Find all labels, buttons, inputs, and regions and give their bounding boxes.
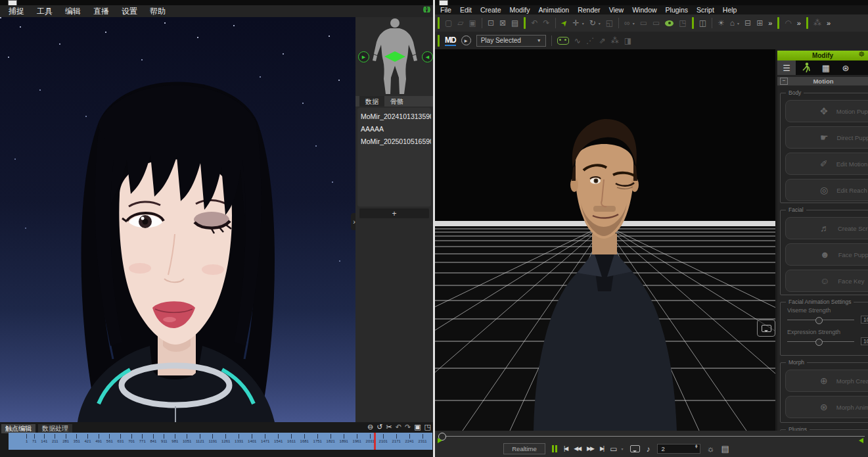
home-dropdown-arrow[interactable]: ▾ xyxy=(737,21,739,26)
right-menu-item[interactable]: View xyxy=(609,6,624,14)
edit-reach-target-button[interactable]: ◎ Edit Reach Target xyxy=(785,179,868,201)
collapse-icon[interactable]: − xyxy=(780,78,788,85)
home-view-icon[interactable]: ⌂ xyxy=(730,19,735,27)
left-menu-item[interactable]: 编辑 xyxy=(65,6,81,17)
left-menu-item[interactable]: 设置 xyxy=(122,6,137,17)
viewport-comment-button[interactable] xyxy=(757,320,775,337)
motion-director-logo[interactable]: MD xyxy=(445,36,456,46)
sidebar-expand-handle[interactable]: › xyxy=(351,213,355,230)
new-file-icon[interactable]: ▢ xyxy=(445,19,452,27)
loop-dropdown-arrow[interactable]: ▾ xyxy=(622,446,624,451)
rewind-icon[interactable]: ◀◀ xyxy=(574,446,580,452)
timeline-slider-track[interactable] xyxy=(442,436,865,437)
right-menu-item[interactable]: Window xyxy=(632,6,656,14)
render-settings-icon[interactable]: ☼ xyxy=(707,445,715,453)
right-menu-item[interactable]: Modify xyxy=(510,6,530,14)
audio-note-icon[interactable]: ♪ xyxy=(647,445,651,453)
tab-texture-icon[interactable]: ▦ xyxy=(817,60,835,75)
import-box-icon[interactable]: ⊟ xyxy=(744,19,751,27)
morph-animator-button[interactable]: ⊛ Morph Animator xyxy=(785,396,868,418)
play-forward-button[interactable]: ▶ xyxy=(358,51,369,62)
export-icon[interactable]: ⊠ xyxy=(499,19,506,27)
undo-icon[interactable]: ↶ xyxy=(531,19,537,27)
face-puppet-button[interactable]: ☻ Face Puppet xyxy=(785,243,868,266)
right-menu-item[interactable]: Create xyxy=(480,6,501,14)
create-script-button[interactable]: ♬ Create Script xyxy=(785,217,868,239)
save-icon[interactable]: ▣ xyxy=(414,423,421,431)
left-menu-item[interactable]: 工具 xyxy=(37,6,53,17)
save-project-icon[interactable]: ▣ xyxy=(469,19,476,27)
select-tool-icon[interactable]: ➤ xyxy=(559,18,570,28)
right-menu-item[interactable]: Render xyxy=(578,6,600,14)
panel-gear-icon[interactable]: ☸ xyxy=(858,50,865,59)
more-tools-chevron[interactable]: » xyxy=(768,19,772,27)
play-circle-button[interactable]: ▶ xyxy=(461,36,471,45)
more-curve-chevron[interactable]: » xyxy=(797,19,801,27)
left-menu-item[interactable]: 直播 xyxy=(93,6,109,17)
frame-step-input[interactable]: 2 ▲ ▼ xyxy=(657,444,700,454)
right-menu-item[interactable]: Plugins xyxy=(666,6,688,14)
tab-data[interactable]: 数据 xyxy=(359,96,384,107)
move-dropdown-arrow[interactable]: ▾ xyxy=(582,21,584,26)
left-menu-item[interactable]: 帮助 xyxy=(150,6,166,17)
range-end-marker[interactable] xyxy=(859,438,863,443)
redo-icon[interactable]: ↷ xyxy=(543,19,549,27)
morph-creator-button[interactable]: ⊕ Morph Creator xyxy=(785,370,868,392)
zoom-out-icon[interactable]: ⊖ xyxy=(367,423,373,431)
usb-content-icon[interactable]: ▤ xyxy=(511,19,518,27)
cut-icon[interactable]: ✂ xyxy=(386,423,392,431)
direct-puppet-button[interactable]: ☛ Direct Puppet xyxy=(785,126,868,149)
play-reverse-button[interactable]: ◀ xyxy=(422,51,433,62)
tab-skeleton[interactable]: 骨骼 xyxy=(384,96,409,107)
motion-puppet-button[interactable]: ✥ Motion Puppet xyxy=(785,100,868,122)
tab-actor-icon[interactable] xyxy=(797,60,815,75)
realtime-button[interactable]: Realtime xyxy=(503,443,545,454)
add-recording-button[interactable]: + xyxy=(359,208,429,218)
timeline-panel-icon[interactable]: ▤ xyxy=(721,445,729,453)
rotate-dropdown-arrow[interactable]: ▾ xyxy=(599,21,601,26)
right-menu-item[interactable]: Script xyxy=(697,6,714,14)
left-3d-viewport[interactable]: › xyxy=(0,17,355,422)
expression-strength-value[interactable]: 100 xyxy=(861,337,868,345)
tab-contact-edit[interactable]: 触点编辑 xyxy=(1,424,35,433)
stamp-a-icon[interactable]: ▭ xyxy=(640,19,647,27)
right-3d-viewport[interactable] xyxy=(435,49,775,431)
path-points-icon[interactable]: ⋰ xyxy=(586,37,594,45)
frame-ruler[interactable]: 1711412112813514214915616317017718419119… xyxy=(9,433,432,450)
play-mode-dropdown[interactable]: Play Selected ▼ xyxy=(476,35,546,47)
expression-strength-slider[interactable]: 100 xyxy=(787,338,868,346)
open-project-icon[interactable]: ▱ xyxy=(457,19,463,27)
loop-range-icon[interactable]: ▭ xyxy=(610,445,617,453)
export-icon[interactable]: ◳ xyxy=(424,423,431,431)
right-menu-item[interactable]: Edit xyxy=(460,6,472,14)
add-box-icon[interactable]: ⊞ xyxy=(756,19,763,27)
layout-icon[interactable]: ◫ xyxy=(699,19,706,27)
viseme-strength-slider[interactable]: 100 xyxy=(787,316,868,324)
skip-end-icon[interactable]: ▶| xyxy=(600,446,603,452)
playhead[interactable] xyxy=(374,433,376,450)
rotate-tool-icon[interactable]: ↻ xyxy=(589,19,596,27)
gamepad-icon[interactable] xyxy=(557,37,569,45)
edit-motion-layer-button[interactable]: ✐ Edit Motion Layer xyxy=(785,153,868,175)
exit-stage-icon[interactable]: ◨ xyxy=(624,37,631,45)
fast-forward-icon[interactable]: ▶▶ xyxy=(587,446,593,452)
right-menu-item[interactable]: Help xyxy=(723,6,737,14)
light-icon[interactable]: ☀ xyxy=(718,19,725,27)
recording-list-item[interactable]: AAAAA xyxy=(361,123,428,135)
reset-view-icon[interactable]: ↺ xyxy=(377,423,382,431)
pause-icon[interactable] xyxy=(552,445,557,452)
import-icon[interactable]: ⊡ xyxy=(488,19,494,27)
link-dropdown-arrow[interactable]: ▾ xyxy=(633,21,635,26)
motion-path-icon[interactable]: ∿ xyxy=(574,37,581,45)
link-tool-icon[interactable]: ∞ xyxy=(624,19,630,27)
face-key-button[interactable]: ☺ Face Key xyxy=(785,270,868,292)
slider-knob[interactable] xyxy=(815,339,823,346)
scale-tool-icon[interactable]: ◱ xyxy=(606,19,613,27)
stamp-b-icon[interactable]: ▭ xyxy=(652,19,660,27)
more-crowd-chevron[interactable]: » xyxy=(827,19,831,27)
spin-down-icon[interactable]: ▼ xyxy=(695,446,698,448)
recording-list-item[interactable]: MoMir_20241013135908 xyxy=(361,110,428,123)
left-menu-item[interactable]: 捕捉 xyxy=(9,6,24,17)
motion-section-header[interactable]: − Motion xyxy=(777,77,868,85)
tab-physics-icon[interactable]: ⊛ xyxy=(836,60,855,75)
